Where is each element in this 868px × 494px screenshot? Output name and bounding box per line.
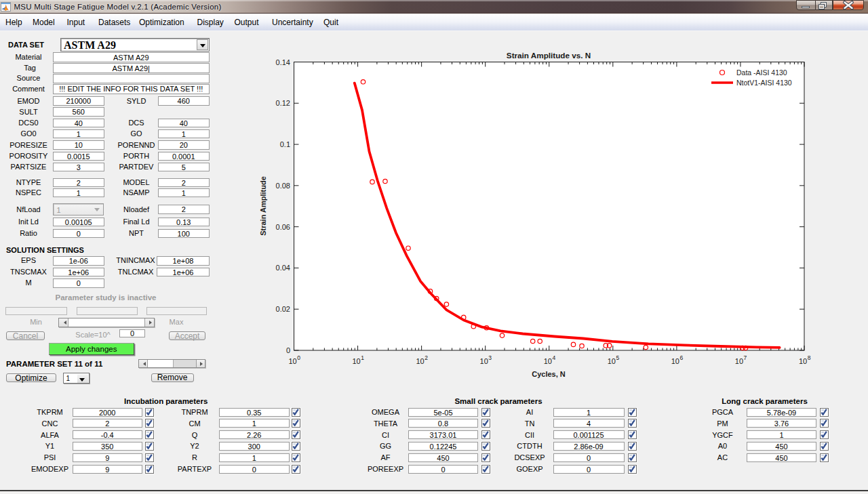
svg-text:10: 10 — [735, 357, 743, 365]
svg-text:Data -AISI 4130: Data -AISI 4130 — [736, 68, 787, 77]
svg-text:0.14: 0.14 — [276, 58, 290, 66]
svg-text:4: 4 — [552, 354, 555, 361]
svg-text:5: 5 — [616, 354, 619, 361]
svg-text:10: 10 — [352, 357, 360, 365]
svg-text:10: 10 — [799, 357, 807, 365]
svg-text:3: 3 — [488, 354, 492, 361]
svg-text:Strain Amplitude vs. N: Strain Amplitude vs. N — [507, 51, 591, 60]
svg-text:0.02: 0.02 — [276, 305, 290, 313]
svg-text:0: 0 — [286, 346, 290, 354]
svg-text:0.08: 0.08 — [276, 182, 290, 190]
svg-text:10: 10 — [416, 357, 425, 365]
svg-text:8: 8 — [808, 354, 811, 361]
svg-text:10: 10 — [544, 357, 552, 365]
svg-text:6: 6 — [680, 354, 684, 361]
svg-text:NtotV1-AISI 4130: NtotV1-AISI 4130 — [736, 79, 792, 87]
svg-text:10: 10 — [480, 357, 488, 365]
svg-text:0.06: 0.06 — [276, 223, 290, 231]
svg-text:1: 1 — [361, 354, 364, 361]
svg-text:Strain Amplitude: Strain Amplitude — [259, 176, 267, 236]
svg-text:10: 10 — [671, 357, 679, 365]
svg-text:0.12: 0.12 — [276, 99, 290, 107]
svg-text:10: 10 — [608, 357, 616, 365]
svg-text:10: 10 — [288, 357, 296, 365]
svg-text:0.1: 0.1 — [280, 140, 290, 148]
svg-text:7: 7 — [744, 354, 747, 361]
svg-text:0.04: 0.04 — [276, 264, 290, 272]
svg-text:0: 0 — [297, 354, 300, 361]
svg-text:2: 2 — [425, 354, 428, 361]
svg-text:Cycles, N: Cycles, N — [532, 370, 566, 378]
